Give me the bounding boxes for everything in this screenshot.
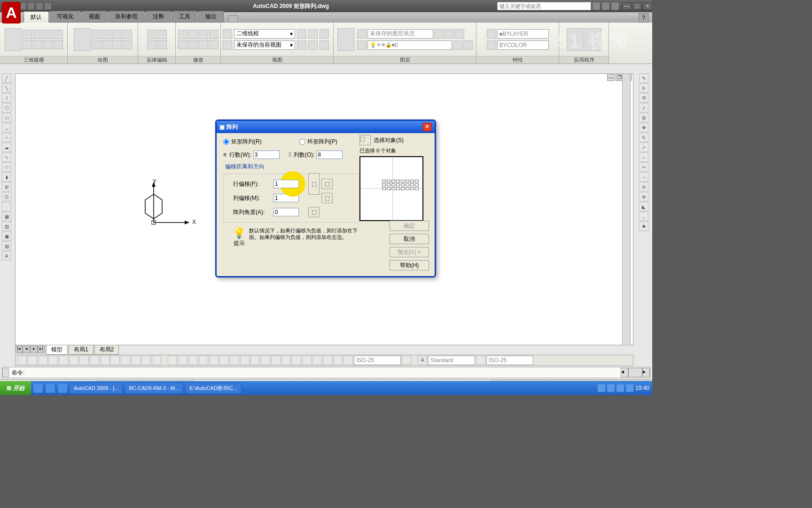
taskbar-item-word[interactable]: BC-CAD9-RM-3 - M... [125,382,183,394]
circle-icon[interactable] [112,30,122,39]
mirror-icon[interactable] [188,40,198,49]
pick-row-offset-icon[interactable]: ⬚ [321,179,333,189]
layer-state-icon[interactable] [357,29,367,39]
slice-icon[interactable] [157,40,167,49]
polygon-tool-icon[interactable]: ⬠ [2,103,11,112]
arc-icon[interactable] [102,30,111,39]
rectangle-icon[interactable] [102,40,111,49]
pick-col-offset-icon[interactable]: ⬚ [321,193,333,203]
copy-icon[interactable] [188,30,198,39]
move-tool-icon[interactable]: ✥ [639,123,648,132]
region-tool-icon[interactable]: ▣ [2,231,11,241]
dim-center-icon[interactable] [302,356,312,365]
osnap-tan-icon[interactable] [110,356,120,365]
array-tool-icon[interactable]: ⊞ [639,113,648,122]
fillet-tool-icon[interactable]: ◟ [639,212,648,221]
presspull-icon[interactable] [33,40,42,49]
rect-array-radio[interactable]: 矩形阵列(R) [223,138,262,146]
tab-blocks[interactable]: 块和参照 [108,11,145,23]
dim-tedit-icon[interactable] [344,356,353,365]
box-icon[interactable] [5,28,22,51]
rows-input[interactable] [253,151,280,159]
layout-prev-icon[interactable]: ◂ [23,346,30,353]
visual-style-combo[interactable]: 二维线框▾ [234,29,295,39]
explode-tool-icon[interactable]: ✸ [639,222,648,231]
polar-array-radio[interactable]: 环形阵列(P) [299,138,337,146]
dialog-close-icon[interactable]: × [422,123,432,131]
rectangle-tool-icon[interactable]: ▭ [2,113,11,122]
pline-tool-icon[interactable]: ⌇ [2,93,11,103]
osnap-int-icon[interactable] [69,356,78,365]
tray-av-icon[interactable] [617,384,624,392]
maximize-button[interactable]: □ [632,2,642,10]
visual-style-icon[interactable] [223,29,232,39]
quick-launch-app-icon[interactable] [57,383,68,393]
dim-edit-icon[interactable] [333,356,343,365]
text-tool-icon[interactable] [476,356,485,365]
region-icon[interactable] [123,40,132,49]
dim-angular-icon[interactable] [230,356,239,365]
orbit-icon[interactable] [297,29,306,39]
minimize-button[interactable]: — [622,2,632,10]
loft-icon[interactable] [54,30,63,39]
search-icon[interactable] [592,2,601,10]
dim-break-icon[interactable] [281,356,291,365]
scale-icon[interactable] [209,30,219,39]
linetype-combo[interactable]: BYCOLOR [497,40,549,50]
qat-redo-icon[interactable] [44,2,52,10]
break-tool-icon[interactable]: ⊘ [639,182,648,191]
cmd-scroll-track[interactable] [628,368,642,377]
ellipse-icon[interactable] [92,40,101,49]
spline-tool-icon[interactable]: ∿ [2,152,11,162]
color-icon[interactable] [487,29,496,39]
extrude-icon[interactable] [23,30,32,39]
dim-aligned-icon[interactable] [178,356,187,365]
dim-radius-icon[interactable] [209,356,219,365]
hatch-icon[interactable] [112,40,122,49]
help-icon[interactable]: ? [639,13,648,23]
taskbar-item-autocad[interactable]: AutoCAD 2009 - [... [70,382,123,394]
dim-tolerance-icon[interactable] [292,356,301,365]
clock[interactable]: 19:40 [635,385,649,391]
dim-linear-icon[interactable] [168,356,177,365]
layout-tab-1[interactable]: 布局1 [69,345,94,355]
make-block-icon[interactable]: ⊡ [2,192,11,201]
layer-iso-icon[interactable] [434,29,444,39]
named-view-icon[interactable] [223,40,232,50]
circle-tool-icon[interactable]: ○ [2,133,11,142]
copy-tool-icon[interactable]: ⎘ [639,83,648,93]
layer-match-icon[interactable] [453,40,462,50]
tray-vol-icon[interactable] [607,384,615,392]
line-icon[interactable] [74,28,91,51]
search-input[interactable] [497,2,591,10]
rotate-icon[interactable] [199,30,208,39]
tab-view[interactable]: 视图 [82,11,107,23]
tab-annotate[interactable]: 注释 [146,11,171,23]
osnap-quad-icon[interactable] [59,356,68,365]
helix-icon[interactable] [43,40,53,49]
start-button[interactable]: ⊞开始 [0,381,31,395]
cmd-scroll-right-icon[interactable]: ▸ [642,368,650,377]
tab-default[interactable]: 默认 [23,11,49,23]
point-tool-icon[interactable]: · [2,202,11,211]
layer-combo[interactable]: 💡☀❄🔒■ 0 [367,40,452,50]
arc-tool-icon[interactable]: ◡ [2,123,11,132]
tab-tools[interactable]: 工具 [172,11,197,23]
help-button[interactable]: 帮助(H) [390,260,429,270]
layout-tab-model[interactable]: 模型 [46,345,68,355]
pan-icon[interactable] [308,29,318,39]
layer-properties-icon[interactable] [337,28,354,51]
osnap-par-icon[interactable] [141,356,151,365]
row-offset-input[interactable] [273,180,299,188]
tray-lang-icon[interactable] [598,384,605,392]
explode-icon[interactable] [209,40,219,49]
layer-freeze-icon[interactable] [445,29,454,39]
quick-launch-desktop-icon[interactable] [45,383,55,393]
intersect-icon[interactable] [147,40,156,49]
layout-last-icon[interactable]: ▸| [38,346,45,353]
extend-tool-icon[interactable]: → [639,172,648,182]
preview-button[interactable]: 预览(V) < [390,247,429,257]
dim-quick-icon[interactable] [240,356,250,365]
dim-inspect-icon[interactable] [312,356,322,365]
osnap-node-icon[interactable] [48,356,58,365]
